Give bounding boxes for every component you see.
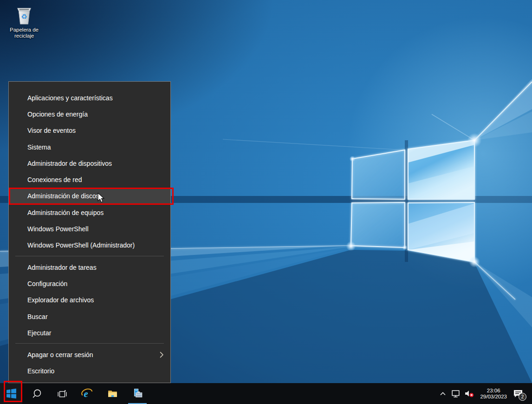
taskbar: e xyxy=(0,383,532,404)
menu-item-apagar-o-cerrar-sesion[interactable]: Apagar o cerrar sesión xyxy=(9,346,170,363)
volume-muted-icon xyxy=(464,389,474,398)
taskbar-file-explorer-button[interactable] xyxy=(102,383,123,404)
menu-item-administrador-de-tareas[interactable]: Administrador de tareas xyxy=(9,259,170,275)
menu-item-label: Apagar o cerrar sesión xyxy=(27,351,159,358)
taskbar-computer-management-button[interactable] xyxy=(127,383,148,404)
start-button[interactable] xyxy=(0,383,22,404)
menu-item-conexiones-de-red[interactable]: Conexiones de red xyxy=(9,171,170,188)
taskbar-task-view-button[interactable] xyxy=(52,383,72,404)
clock-date: 29/03/2023 xyxy=(480,394,507,400)
internet-explorer-icon: e xyxy=(81,388,93,400)
chevron-up-icon xyxy=(439,390,447,398)
taskbar-search-button[interactable] xyxy=(27,383,47,404)
tray-network-button[interactable] xyxy=(451,389,461,398)
menu-item-ejecutar[interactable]: Ejecutar xyxy=(9,325,170,341)
menu-item-configuracion[interactable]: Configuración xyxy=(9,275,170,292)
computer-management-icon xyxy=(131,388,143,400)
menu-item-sistema[interactable]: Sistema xyxy=(9,139,170,155)
recycle-bin-label-line1: Papelera de xyxy=(6,27,43,33)
menu-item-administracion-de-equipos[interactable]: Administración de equipos xyxy=(9,204,170,221)
menu-separator xyxy=(15,256,164,256)
menu-item-administrador-de-dispositivos[interactable]: Administrador de dispositivos xyxy=(9,155,170,171)
menu-item-buscar[interactable]: Buscar xyxy=(9,308,170,325)
menu-item-opciones-de-energia[interactable]: Opciones de energía xyxy=(9,106,170,122)
menu-item-explorador-de-archivos[interactable]: Explorador de archivos xyxy=(9,292,170,308)
menu-item-windows-powershell-administrador[interactable]: Windows PowerShell (Administrador) xyxy=(9,237,170,254)
file-explorer-icon xyxy=(107,388,118,399)
tray-volume-button[interactable] xyxy=(464,389,474,398)
recycle-bin-icon: ♻ xyxy=(13,4,35,27)
search-icon xyxy=(32,389,42,399)
system-tray: 23:06 29/03/2023 2 xyxy=(439,383,532,404)
taskbar-internet-explorer-button[interactable]: e xyxy=(77,383,97,404)
task-view-icon xyxy=(57,389,67,399)
tray-clock-button[interactable]: 23:06 29/03/2023 xyxy=(478,388,509,400)
menu-item-windows-powershell[interactable]: Windows PowerShell xyxy=(9,221,170,237)
tray-action-center-button[interactable]: 2 xyxy=(513,388,524,399)
tray-show-hidden-icons-button[interactable] xyxy=(439,390,447,398)
submenu-chevron-icon xyxy=(159,352,164,358)
menu-item-aplicaciones-y-caracteristicas[interactable]: Aplicaciones y características xyxy=(9,90,170,106)
notification-badge: 2 xyxy=(519,393,526,401)
windows-logo-icon xyxy=(6,388,17,399)
svg-text:♻: ♻ xyxy=(21,13,27,20)
recycle-bin-desktop-icon[interactable]: ♻ Papelera de reciclaje xyxy=(6,4,43,39)
network-icon xyxy=(451,389,461,398)
clock-time: 23:06 xyxy=(487,388,500,394)
menu-item-visor-de-eventos[interactable]: Visor de eventos xyxy=(9,123,170,139)
menu-item-administracion-de-discos[interactable]: Administración de discos xyxy=(9,188,170,204)
menu-separator xyxy=(15,343,164,344)
winx-context-menu: Aplicaciones y características Opciones … xyxy=(8,81,171,383)
menu-item-escritorio[interactable]: Escritorio xyxy=(9,363,170,379)
recycle-bin-label-line2: reciclaje xyxy=(6,33,43,39)
